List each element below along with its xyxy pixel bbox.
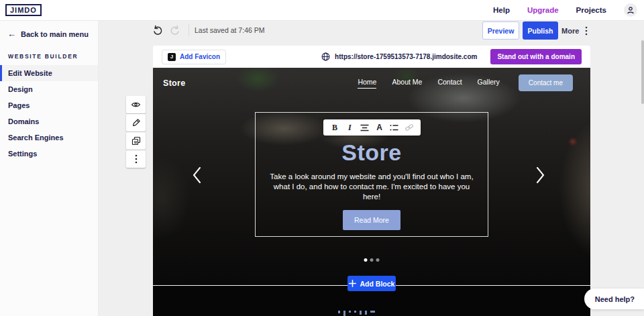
undo-icon	[152, 24, 164, 36]
site-nav-gallery[interactable]: Gallery	[478, 78, 500, 88]
more-label: More	[561, 27, 579, 35]
hero-body-text[interactable]: Take a look around my website and you'll…	[269, 172, 474, 202]
more-menu-button[interactable]: More	[561, 21, 588, 40]
back-arrow-icon: ←	[7, 31, 16, 38]
redo-icon	[169, 24, 181, 36]
favicon-placeholder-icon: J	[168, 53, 176, 61]
list-icon[interactable]	[388, 121, 400, 134]
back-label: Back to main menu	[21, 30, 89, 38]
link-icon[interactable]	[403, 121, 415, 134]
upgrade-link[interactable]: Upgrade	[527, 6, 559, 14]
account-nav: Help Upgrade Projects	[493, 3, 637, 17]
kebab-menu-icon	[585, 26, 588, 36]
duplicate-block-button[interactable]: B	[126, 132, 146, 150]
toolbar-divider	[189, 24, 189, 36]
carousel-next-button[interactable]	[535, 166, 545, 184]
carousel-dot-0[interactable]	[364, 258, 368, 262]
help-link[interactable]: Help	[493, 6, 510, 14]
next-section-cutoff-text	[338, 311, 375, 316]
selected-block-outline[interactable]: B I A	[255, 112, 488, 237]
user-avatar[interactable]	[624, 3, 637, 17]
bold-icon[interactable]: B	[329, 121, 341, 134]
block-tools: B	[126, 96, 146, 168]
site-nav-about-me[interactable]: About Me	[392, 78, 422, 88]
last-saved-status: Last saved at 7:46 PM	[195, 26, 264, 34]
globe-icon	[321, 52, 330, 61]
align-center-icon[interactable]	[358, 121, 370, 134]
duplicate-icon: B	[131, 136, 141, 146]
site-nav-home[interactable]: Home	[358, 78, 376, 89]
hero-section: Store Home About Me Contact Gallery Cont…	[153, 68, 590, 285]
browser-bar: J Add Favicon https://store-1759513573-7…	[153, 46, 590, 68]
font-icon[interactable]: A	[374, 121, 386, 134]
style-block-button[interactable]	[126, 114, 146, 131]
carousel-dot-1[interactable]	[370, 258, 374, 262]
sidebar-item-domains[interactable]: Domains	[0, 113, 98, 129]
site-url[interactable]: https://store-1759513573-7178.jimdosite.…	[335, 53, 477, 60]
style-brush-icon	[131, 118, 141, 127]
italic-icon[interactable]: I	[343, 121, 356, 134]
app-window: JIMDO Help Upgrade Projects ← Back to ma…	[0, 0, 644, 316]
sidebar-item-settings[interactable]: Settings	[0, 146, 98, 162]
sidebar-item-edit-website[interactable]: Edit Website	[0, 65, 98, 81]
site-url-group: https://store-1759513573-7178.jimdosite.…	[321, 49, 582, 64]
plus-icon	[349, 280, 356, 287]
sidebar: ← Back to main menu WEBSITE BUILDER Edit…	[0, 21, 99, 316]
need-help-button[interactable]: Need help?	[584, 288, 644, 309]
person-icon	[627, 6, 635, 14]
sidebar-section-title: WEBSITE BUILDER	[0, 45, 98, 65]
chevron-left-icon	[192, 166, 202, 184]
site-logo[interactable]: Store	[163, 78, 185, 88]
chevron-right-icon	[535, 166, 545, 184]
add-block-label: Add Block	[360, 280, 395, 288]
svg-text:B: B	[134, 140, 138, 144]
site-header: Store Home About Me Contact Gallery Cont…	[153, 68, 590, 91]
contact-me-button[interactable]: Contact me	[519, 74, 573, 91]
sidebar-item-search-engines[interactable]: Search Engines	[0, 129, 98, 146]
domain-cta-button[interactable]: Stand out with a domain	[490, 49, 582, 64]
carousel-dots	[364, 258, 380, 262]
jimdo-logo[interactable]: JIMDO	[5, 4, 42, 16]
sidebar-item-design[interactable]: Design	[0, 81, 98, 97]
text-format-toolbar: B I A	[323, 119, 421, 136]
hero-title[interactable]: Store	[256, 140, 488, 166]
block-more-button[interactable]	[126, 150, 146, 168]
publish-button[interactable]: Publish	[523, 21, 558, 40]
add-block-button[interactable]: Add Block	[347, 276, 396, 291]
redo-button[interactable]	[169, 23, 182, 37]
back-to-main-menu[interactable]: ← Back to main menu	[0, 21, 98, 45]
read-more-button[interactable]: Read More	[343, 210, 400, 230]
top-header: JIMDO Help Upgrade Projects	[0, 0, 644, 21]
eye-icon	[131, 101, 141, 109]
carousel-prev-button[interactable]	[192, 166, 202, 184]
carousel-dot-2[interactable]	[376, 258, 380, 262]
site-nav-contact[interactable]: Contact	[437, 78, 462, 88]
site-preview-frame: J Add Favicon https://store-1759513573-7…	[153, 46, 590, 316]
add-favicon-label: Add Favicon	[180, 53, 220, 60]
hide-block-button[interactable]	[126, 96, 146, 113]
undo-button[interactable]	[152, 23, 165, 37]
scrollbar-thumb[interactable]	[641, 40, 644, 104]
site-nav: Home About Me Contact Gallery	[358, 78, 499, 89]
sidebar-item-pages[interactable]: Pages	[0, 97, 98, 113]
preview-button[interactable]: Preview	[482, 21, 519, 40]
projects-link[interactable]: Projects	[576, 6, 606, 14]
kebab-menu-icon	[135, 154, 138, 164]
add-favicon-button[interactable]: J Add Favicon	[162, 50, 226, 64]
